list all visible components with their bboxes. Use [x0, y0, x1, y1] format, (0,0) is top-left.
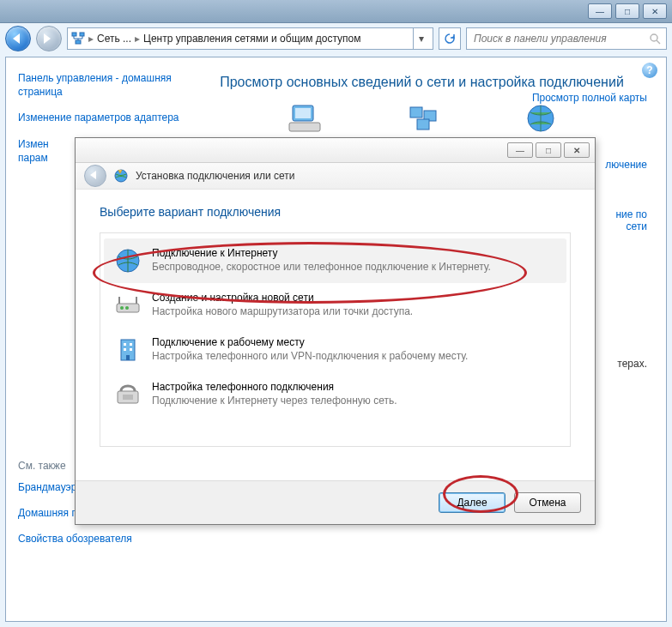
breadcrumb-dropdown[interactable]: ▾ [413, 28, 429, 49]
network-devices-icon [407, 102, 441, 135]
option-connect-internet[interactable]: Подключение к Интернету Беспроводное, ск… [104, 238, 566, 283]
globe-icon [524, 102, 558, 135]
partial-text: терах. [617, 358, 647, 370]
wizard-header: Установка подключения или сети [76, 163, 595, 190]
option-title: Настройка телефонного подключения [152, 381, 397, 393]
building-icon [114, 336, 142, 364]
phone-modem-icon [114, 381, 142, 408]
svg-rect-10 [417, 119, 429, 130]
cancel-button[interactable]: Отмена [514, 492, 581, 513]
nav-forward-button[interactable] [36, 26, 62, 51]
breadcrumb-item[interactable]: Центр управления сетями и общим доступом [143, 33, 361, 45]
svg-rect-20 [124, 348, 126, 351]
option-connect-workplace[interactable]: Подключение к рабочему месту Настройка т… [104, 328, 566, 372]
svg-rect-0 [72, 33, 76, 36]
svg-rect-22 [126, 355, 130, 360]
wizard-back-button[interactable] [84, 165, 106, 187]
computer-icon [288, 102, 322, 135]
partial-link[interactable]: ние посети [615, 208, 647, 232]
refresh-button[interactable] [439, 27, 461, 50]
svg-rect-24 [123, 395, 133, 400]
wizard-close-button[interactable]: ✕ [564, 142, 590, 158]
chevron-right-icon: ▸ [135, 33, 140, 45]
router-icon [114, 292, 142, 319]
svg-rect-19 [130, 343, 132, 346]
view-full-map-link[interactable]: Просмотр полной карты [532, 92, 647, 104]
option-dialup[interactable]: Настройка телефонного подключения Подклю… [104, 372, 566, 417]
page-title: Просмотр основных сведений о сети и наст… [195, 75, 649, 90]
wizard-title: Установка подключения или сети [136, 170, 294, 182]
search-box[interactable] [466, 27, 667, 50]
option-subtitle: Беспроводное, скоростное или телефонное … [152, 261, 491, 273]
option-subtitle: Настройка телефонного или VPN-подключени… [152, 350, 468, 362]
sidebar-link-home[interactable]: Панель управления - домашняя страница [18, 71, 181, 99]
svg-rect-7 [289, 123, 320, 131]
nav-back-button[interactable] [5, 26, 31, 51]
option-title: Подключение к Интернету [152, 247, 491, 259]
partial-link[interactable]: лючение [605, 159, 647, 171]
wizard-heading: Выберите вариант подключения [100, 205, 571, 219]
parent-close-button[interactable]: ✕ [643, 3, 667, 19]
svg-point-3 [651, 34, 657, 41]
breadcrumb[interactable]: ▸ Сеть ... ▸ Центр управления сетями и о… [67, 27, 433, 50]
svg-line-4 [657, 40, 660, 44]
wizard-minimize-button[interactable]: — [507, 142, 533, 158]
svg-rect-2 [76, 40, 81, 44]
network-icon [71, 32, 85, 45]
parent-maximize-button[interactable]: □ [615, 3, 639, 19]
explorer-toolbar: ▸ Сеть ... ▸ Центр управления сетями и о… [5, 26, 667, 51]
option-title: Подключение к рабочему месту [152, 336, 468, 348]
search-icon [649, 33, 661, 45]
wizard-body: Выберите вариант подключения Подключение… [76, 190, 595, 455]
svg-rect-1 [80, 33, 84, 36]
sidebar-link-browser-props[interactable]: Свойства обозревателя [18, 532, 181, 546]
next-button[interactable]: Далее [439, 492, 506, 513]
wizard-maximize-button[interactable]: □ [536, 142, 561, 158]
wizard-titlebar: — □ ✕ [76, 138, 595, 163]
svg-rect-6 [295, 108, 311, 118]
option-subtitle: Настройка нового маршрутизатора или точк… [152, 305, 413, 317]
globe-icon [114, 247, 142, 274]
chevron-right-icon: ▸ [88, 33, 94, 45]
svg-rect-8 [410, 107, 422, 118]
wizard-dialog: — □ ✕ Установка подключения или сети Выб… [75, 137, 596, 525]
search-input[interactable] [472, 32, 644, 45]
parent-titlebar: — □ ✕ [0, 0, 672, 23]
breadcrumb-item[interactable]: Сеть ... [97, 33, 131, 45]
option-subtitle: Подключение к Интернету через телефонную… [152, 395, 397, 407]
parent-minimize-button[interactable]: — [588, 3, 612, 19]
svg-point-15 [120, 306, 124, 310]
connection-options-list: Подключение к Интернету Беспроводное, ск… [100, 232, 571, 447]
option-title: Создание и настройка новой сети [152, 292, 413, 304]
svg-rect-18 [124, 343, 126, 346]
network-setup-icon [113, 168, 129, 184]
svg-rect-21 [130, 348, 132, 351]
option-setup-network[interactable]: Создание и настройка новой сети Настройк… [104, 283, 566, 328]
wizard-footer: Далее Отмена [76, 480, 595, 524]
sidebar-link-adapter[interactable]: Изменение параметров адаптера [18, 111, 181, 124]
svg-point-16 [125, 306, 129, 310]
